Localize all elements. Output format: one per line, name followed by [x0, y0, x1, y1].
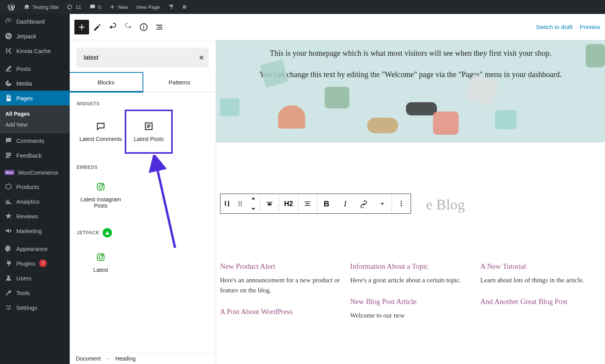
sidebar-item-kinsta[interactable]: Kinsta Cache [0, 43, 70, 58]
sidebar-item-plugins[interactable]: Plugins 7 [0, 256, 70, 271]
sidebar-item-comments[interactable]: Comments [0, 133, 70, 148]
heading-placeholder[interactable]: e Blog [426, 196, 465, 213]
section-embeds-title: EMBEDS [77, 165, 209, 170]
block-options-button[interactable] [392, 194, 411, 213]
deco-jacket-icon [325, 87, 349, 108]
block-latest-posts[interactable]: Latest Posts [125, 110, 173, 154]
sidebar-item-analytics[interactable]: Analytics [0, 194, 70, 209]
search-input[interactable] [77, 48, 209, 67]
sidebar-item-dashboard[interactable]: Dashboard [0, 14, 70, 29]
svg-point-12 [241, 203, 242, 204]
drag-handle-button[interactable] [234, 194, 247, 213]
sidebar-item-posts[interactable]: Posts [0, 61, 70, 76]
sidebar-item-tools[interactable]: Tools [0, 285, 70, 300]
deco-shirt2-icon [495, 110, 517, 129]
sidebar-sub-all-pages[interactable]: All Pages [0, 108, 70, 119]
admin-sidebar: Dashboard Jetpack Kinsta Cache Posts Med… [0, 14, 70, 364]
crumb-document[interactable]: Document [76, 355, 101, 362]
sidebar-label: Users [16, 275, 31, 282]
post-excerpt: Welcome to our new [350, 311, 471, 321]
details-button[interactable] [136, 20, 151, 34]
sidebar-item-settings[interactable]: Settings [0, 300, 70, 315]
bold-button[interactable]: B [317, 194, 336, 213]
sidebar-item-reviews[interactable]: Reviews [0, 209, 70, 223]
preview-button[interactable]: Preview [580, 24, 600, 30]
svg-point-0 [5, 33, 12, 39]
link-button[interactable] [354, 194, 373, 213]
svg-point-8 [102, 255, 103, 256]
svg-point-10 [241, 201, 242, 203]
yoast-icon[interactable] [164, 0, 179, 14]
deco-sunglasses-icon [406, 102, 437, 115]
more-rich-text-button[interactable] [373, 194, 392, 213]
status-dot[interactable] [179, 0, 190, 14]
move-up-down-buttons[interactable] [247, 194, 260, 213]
heading-level-button[interactable]: H2 [279, 194, 298, 213]
block-inserter-panel: ✕ Blocks Patterns WIDGETS Latest Comment… [70, 40, 216, 364]
crumb-heading[interactable]: Heading [115, 355, 136, 362]
sidebar-label: Plugins [16, 260, 35, 267]
sidebar-sub-add-new[interactable]: Add New [0, 119, 70, 130]
switch-to-draft-button[interactable]: Switch to draft [536, 24, 573, 30]
block-type-button[interactable] [220, 194, 234, 213]
redo-button[interactable] [121, 20, 136, 34]
post-title[interactable]: A Post About WordPress [220, 307, 341, 317]
svg-point-13 [239, 205, 240, 206]
site-home-icon[interactable]: Testing Site [19, 0, 62, 14]
block-latest-comments[interactable]: Latest Comments [77, 110, 125, 154]
hero-section[interactable]: This is your homepage which is what most… [216, 40, 605, 143]
hero-text-2[interactable]: You can change this text by editing the … [260, 69, 562, 80]
text-align-button[interactable] [298, 194, 317, 213]
updates-icon[interactable]: 11 [62, 0, 85, 14]
undo-button[interactable] [105, 20, 120, 34]
sidebar-item-jetpack[interactable]: Jetpack [0, 29, 70, 43]
new-content-button[interactable]: New [105, 0, 132, 14]
sidebar-item-media[interactable]: Media [0, 76, 70, 91]
list-view-button[interactable] [152, 20, 167, 34]
view-page-link[interactable]: View Page [132, 0, 164, 14]
sidebar-item-products[interactable]: Products [0, 179, 70, 194]
block-jetpack-latest[interactable]: Latest [77, 240, 125, 285]
latest-posts-grid[interactable]: New Product Alert Here's an announcement… [220, 262, 601, 332]
post-title[interactable]: Information About a Topic [350, 262, 471, 271]
tab-blocks[interactable]: Blocks [70, 72, 143, 93]
sidebar-item-appearance[interactable]: Appearance [0, 241, 70, 256]
tab-patterns[interactable]: Patterns [143, 73, 216, 92]
post-title[interactable]: A New Tutorial [480, 262, 601, 271]
sidebar-label: Posts [16, 65, 31, 72]
add-block-button[interactable] [74, 20, 89, 34]
wordpress-logo-icon[interactable] [3, 0, 19, 14]
post-excerpt: Here's an announcement for a new product… [220, 275, 341, 296]
deco-hat-icon [278, 105, 305, 129]
clear-search-button[interactable]: ✕ [199, 54, 204, 62]
svg-point-14 [241, 205, 242, 206]
sidebar-item-marketing[interactable]: Marketing [0, 223, 70, 238]
comments-bubble-icon[interactable]: 0 [85, 0, 105, 14]
updates-count: 11 [76, 4, 81, 10]
svg-point-15 [400, 201, 402, 202]
align-button[interactable] [260, 194, 279, 213]
deco-hoodie2-icon [586, 44, 605, 67]
sidebar-item-woocommerce[interactable]: Woo WooCommerce [0, 166, 70, 179]
svg-point-4 [99, 185, 103, 189]
section-jetpack-title: JETPACK [77, 228, 209, 237]
post-title[interactable]: New Blog Post Article [350, 297, 471, 307]
hero-text-1[interactable]: This is your homepage which is what most… [270, 48, 551, 58]
post-title[interactable]: And Another Great Blog Post [480, 297, 601, 307]
italic-button[interactable]: I [336, 194, 354, 213]
svg-point-11 [239, 203, 240, 204]
sidebar-item-users[interactable]: Users [0, 271, 70, 285]
sidebar-submenu-pages: All Pages Add New [0, 105, 70, 133]
jetpack-icon [103, 228, 112, 237]
block-latest-instagram[interactable]: Latest Instagram Posts [77, 173, 125, 217]
sidebar-item-feedback[interactable]: Feedback [0, 148, 70, 163]
sidebar-item-pages[interactable]: Pages [0, 91, 70, 105]
editor-canvas[interactable]: This is your homepage which is what most… [216, 40, 605, 364]
block-label: Latest Posts [134, 136, 163, 142]
post-title[interactable]: New Product Alert [220, 262, 341, 271]
svg-point-17 [400, 205, 402, 206]
edit-mode-button[interactable] [90, 20, 105, 34]
new-label: New [118, 4, 128, 10]
woo-icon: Woo [5, 170, 14, 175]
editor-toolbar: Switch to draft Preview [70, 14, 605, 40]
